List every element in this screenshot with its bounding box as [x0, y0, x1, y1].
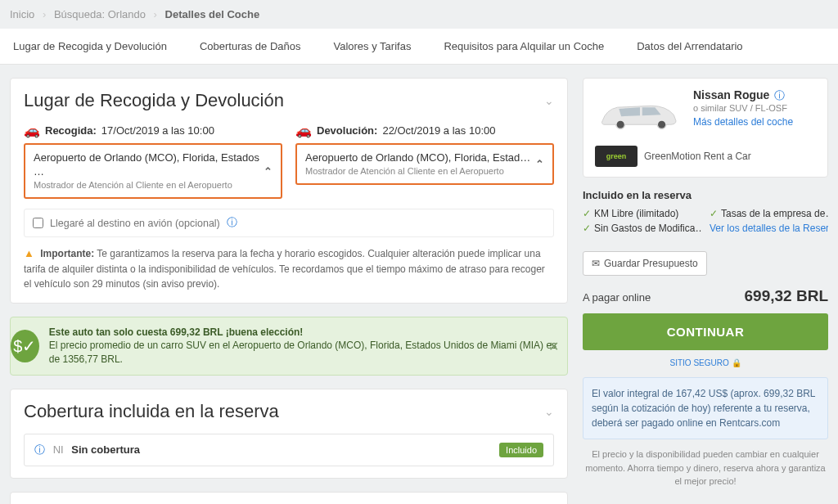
- important-text: Te garantizamos la reserva para la fecha…: [24, 248, 545, 290]
- incl-details-link[interactable]: Ver los detalles de la Reserva: [710, 223, 828, 234]
- included-badge: Incluido: [499, 443, 543, 457]
- dropoff-desk: Mostrador de Atención al Cliente en el A…: [305, 165, 530, 177]
- pickup-desk: Mostrador de Atención al Cliente en el A…: [34, 179, 264, 191]
- pickup-title: Lugar de Recogida y Devolución: [24, 90, 284, 111]
- dropoff-time: 22/Oct/2019 a las 10:00: [382, 124, 495, 137]
- coverage-code: NI: [53, 443, 64, 456]
- chevron-right-icon: ›: [154, 8, 157, 20]
- coverage-card: Cobertura incluida en la reserva ⌄ ⓘ NI …: [10, 389, 568, 479]
- pickup-loc: Aeropuerto de Orlando (MCO), Florida, Es…: [34, 151, 264, 179]
- check-icon: ✓: [583, 208, 591, 219]
- dropoff-label: Devolución:: [317, 124, 377, 137]
- incl-mod: Sin Gastos de Modifica…: [594, 223, 701, 234]
- car-sub: o similar SUV / FL-OSF: [693, 103, 793, 113]
- check-icon: ✓: [710, 208, 718, 219]
- car-dropoff-icon: 🚗: [295, 123, 312, 138]
- tab-renter[interactable]: Datos del Arrendatario: [633, 29, 746, 64]
- lock-icon: 🔒: [732, 358, 741, 367]
- coverage-row: ⓘ NI Sin cobertura Incluido: [24, 434, 554, 466]
- deal-badge-icon: $✓: [11, 330, 39, 362]
- mail-icon: ✉: [592, 258, 600, 269]
- chevron-right-icon: ›: [43, 8, 46, 20]
- chevron-down-icon: ⌄: [544, 94, 554, 107]
- pay-label: A pagar online: [583, 291, 651, 304]
- coverage-label: Sin cobertura: [71, 443, 140, 456]
- deal-body: El precio promedio de un carro SUV en el…: [49, 340, 556, 365]
- tab-pickup[interactable]: Lugar de Recogida y Devolución: [10, 29, 170, 64]
- arrive-by-plane-checkbox[interactable]: [33, 218, 43, 228]
- arrive-by-plane-option[interactable]: Llegaré al destino en avión (opcional) ⓘ: [24, 209, 554, 237]
- dropoff-location-select[interactable]: Aeropuerto de Orlando (MCO), Florida, Es…: [295, 143, 554, 185]
- chevron-down-icon: ⌄: [544, 405, 554, 418]
- car-image: [595, 88, 685, 137]
- tab-coverage[interactable]: Coberturas de Daños: [196, 29, 304, 64]
- incl-km: KM Libre (ilimitado): [594, 208, 678, 219]
- car-name: Nissan Rogue: [693, 88, 769, 101]
- info-icon[interactable]: ⓘ: [227, 216, 237, 230]
- close-icon[interactable]: ✕: [548, 338, 559, 353]
- pay-amount: 699,32 BRL: [745, 287, 828, 305]
- pickup-card-header[interactable]: Lugar de Recogida y Devolución ⌄: [11, 79, 567, 123]
- chevron-up-icon: ⌃: [535, 158, 544, 170]
- continue-button[interactable]: CONTINUAR: [583, 313, 828, 350]
- pickup-card: Lugar de Recogida y Devolución ⌄ 🚗 Recog…: [10, 78, 568, 304]
- nav-tabs: Lugar de Recogida y Devolución Cobertura…: [0, 29, 838, 65]
- pickup-time: 17/Oct/2019 a las 10:00: [101, 124, 214, 137]
- disclaimer: El precio y la disponibilidad pueden cam…: [583, 448, 828, 488]
- car-card: Nissan Rogue ⓘ o similar SUV / FL-OSF Má…: [583, 78, 828, 178]
- brand-logo: green: [595, 146, 638, 167]
- car-more-link[interactable]: Más detalles del coche: [693, 116, 793, 128]
- info-icon[interactable]: ⓘ: [34, 443, 45, 456]
- deal-headline: Este auto tan solo cuesta 699,32 BRL ¡bu…: [49, 326, 304, 338]
- chevron-up-icon: ⌃: [264, 165, 273, 178]
- save-label: Guardar Presupuesto: [604, 258, 698, 269]
- important-label: Importante:: [40, 248, 94, 259]
- coverage-title: Cobertura incluida en la reserva: [24, 401, 279, 422]
- included-title: Incluido en la reserva: [583, 189, 828, 201]
- svg-point-0: [617, 120, 624, 128]
- pickup-label: Recogida:: [45, 124, 97, 137]
- svg-point-1: [658, 120, 665, 128]
- secure-site: SITIO SEGURO 🔒: [583, 358, 828, 367]
- breadcrumb-search[interactable]: Búsqueda: Orlando: [54, 8, 146, 20]
- arrive-by-plane-label: Llegaré al destino en avión (opcional): [50, 218, 220, 229]
- info-icon[interactable]: ⓘ: [774, 89, 785, 101]
- incl-tax: Tasas de la empresa de…: [721, 208, 828, 219]
- save-quote-button[interactable]: ✉ Guardar Presupuesto: [583, 251, 707, 276]
- breadcrumb: Inicio › Búsqueda: Orlando › Detalles de…: [0, 0, 838, 29]
- dropoff-loc: Aeropuerto de Orlando (MCO), Florida, Es…: [305, 151, 530, 165]
- rates-card: Valores y Tarifas ⌄ ⓘ Kilometraje Km lib…: [10, 492, 568, 504]
- rates-card-header[interactable]: Valores y Tarifas ⌄: [11, 493, 567, 504]
- secure-label: SITIO SEGURO: [669, 358, 728, 367]
- breadcrumb-home[interactable]: Inicio: [10, 8, 34, 20]
- coverage-card-header[interactable]: Cobertura incluida en la reserva ⌄: [11, 389, 567, 434]
- value-note: El valor integral de 167,42 US$ (aprox. …: [583, 377, 828, 439]
- check-icon: ✓: [583, 223, 591, 234]
- tab-rates[interactable]: Valores y Tarifas: [330, 29, 414, 64]
- warning-icon: ▲: [24, 247, 34, 259]
- tab-requirements[interactable]: Requisitos para Alquilar un Coche: [440, 29, 607, 64]
- brand-name: GreenMotion Rent a Car: [644, 151, 751, 162]
- pickup-location-select[interactable]: Aeropuerto de Orlando (MCO), Florida, Es…: [24, 143, 282, 199]
- deal-banner: $✓ Este auto tan solo cuesta 699,32 BRL …: [10, 317, 568, 376]
- important-notice: ▲ Importante: Te garantizamos la reserva…: [11, 245, 567, 303]
- breadcrumb-current: Detalles del Coche: [165, 8, 260, 20]
- car-pickup-icon: 🚗: [24, 123, 40, 138]
